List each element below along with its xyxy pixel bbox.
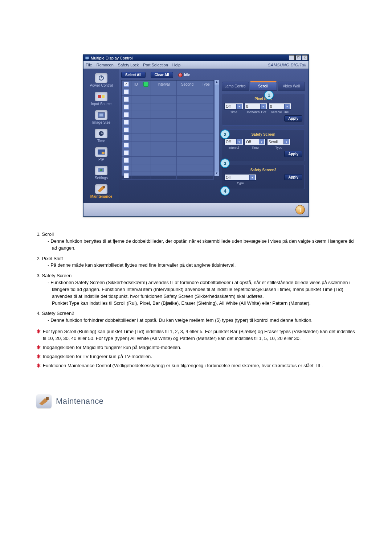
note-item: Safety Screen- Funktionen Safety Screen … [42, 272, 356, 307]
sidebar-item-power[interactable]: Power Control [83, 72, 119, 90]
sidebar-item-label: Input Source [83, 102, 119, 106]
row-checkbox[interactable] [124, 104, 129, 110]
svg-rect-12 [102, 152, 105, 154]
callout-2: 2 [220, 130, 230, 139]
chevron-down-icon: ▾ [283, 139, 289, 144]
table-row[interactable] [122, 157, 214, 164]
display-grid: ✓ ID Interval Second Type [121, 80, 214, 176]
row-checkbox[interactable] [124, 150, 129, 155]
row-checkbox[interactable] [124, 173, 129, 178]
sidebar-item-label: Maintenance [83, 194, 119, 198]
grid-scrollbar[interactable]: ▲ ▼ [214, 80, 219, 176]
section-title: Maintenance [56, 397, 103, 406]
table-row[interactable] [122, 103, 214, 111]
menu-remocon[interactable]: Remocon [97, 63, 114, 67]
grid-col-interval[interactable]: Interval [151, 81, 177, 88]
note-title: Scroll [42, 231, 356, 238]
tab-video-wall[interactable]: Video Wall [278, 82, 305, 91]
safety-screen2-title: Safety Screen2 [224, 168, 302, 172]
table-row[interactable] [122, 119, 214, 126]
grid-col-second[interactable]: Second [177, 81, 198, 88]
menu-help[interactable]: Help [172, 63, 181, 67]
window-maximize-button[interactable]: □ [295, 55, 301, 60]
settings-icon [95, 166, 107, 175]
svg-rect-18 [46, 397, 49, 400]
note-title: Safety Screen2 [42, 310, 356, 317]
window-close-button[interactable]: x [302, 55, 308, 60]
sidebar-item-pip[interactable]: PIP [83, 146, 119, 164]
callout-4: 4 [220, 186, 230, 196]
right-panel: 1 2 3 4 Lamp Control Scroll Video Wall P… [220, 80, 306, 194]
power-status-icon [143, 82, 148, 87]
svg-rect-5 [102, 95, 105, 98]
sidebar-item-time[interactable]: Time [83, 127, 119, 146]
note-title: Pixel Shift [42, 255, 356, 262]
menu-bar: File Remocon Safety Lock Port Selection … [83, 61, 309, 69]
svg-rect-7 [99, 114, 103, 116]
row-checkbox[interactable] [124, 127, 129, 132]
table-row[interactable] [122, 126, 214, 134]
tab-scroll[interactable]: Scroll [250, 82, 277, 91]
table-row[interactable] [122, 96, 214, 103]
pixel-shift-hdot-select[interactable]: 0▾ [245, 103, 267, 110]
info-icon[interactable]: ! [295, 205, 305, 214]
safety-screen-type-select[interactable]: Scroll▾ [267, 139, 290, 145]
row-checkbox[interactable] [124, 112, 129, 117]
title-bar: Multiple Display Control _ □ x [83, 55, 309, 61]
table-row[interactable] [122, 134, 214, 141]
sidebar: Power Control Input Source Image Size [83, 69, 119, 203]
clear-all-button[interactable]: Clear All [151, 72, 173, 78]
row-checkbox[interactable] [124, 135, 129, 140]
row-checkbox[interactable] [124, 158, 129, 163]
safety-screen-time-select[interactable]: Off▾ [245, 139, 266, 145]
safety-screen2-type-select[interactable]: Off▾ [224, 174, 256, 181]
row-checkbox[interactable] [124, 165, 129, 171]
row-checkbox[interactable] [124, 120, 129, 125]
footnote: Indgangskilden for TV fungerer kun på TV… [36, 353, 356, 360]
scroll-up-icon[interactable]: ▲ [215, 80, 219, 85]
sidebar-item-image[interactable]: Image Size [83, 109, 119, 127]
menu-safety-lock[interactable]: Safety Lock [118, 63, 139, 67]
table-row[interactable] [122, 164, 214, 172]
table-row[interactable] [122, 111, 214, 119]
safety-screen2-apply-button[interactable]: Apply [284, 174, 302, 180]
pixel-shift-time-select[interactable]: Off▾ [224, 103, 243, 110]
callout-3: 3 [220, 159, 230, 168]
scroll-down-icon[interactable]: ▼ [215, 172, 219, 176]
svg-rect-4 [98, 95, 101, 98]
sidebar-item-maintenance[interactable]: Maintenance [83, 183, 119, 201]
table-row[interactable] [122, 141, 214, 149]
note-item: Pixel Shift- På denne måde kan skærmbill… [42, 255, 356, 269]
menu-port-selection[interactable]: Port Selection [143, 63, 168, 67]
footnote: Indgangskilden for MagicInfo fungerer ku… [36, 344, 356, 351]
brand-label: SAMSUNG DIGITall [268, 63, 306, 67]
header-checkbox[interactable]: ✓ [124, 82, 129, 87]
menu-file[interactable]: File [86, 63, 92, 67]
grid-col-id[interactable]: ID [131, 81, 141, 88]
pip-icon [95, 147, 107, 157]
pixel-shift-title: Pixel Shift [224, 97, 302, 101]
safety-screen-interval-select[interactable]: Off▾ [224, 139, 243, 145]
app-title: Multiple Display Control [91, 56, 133, 60]
row-checkbox[interactable] [124, 97, 129, 102]
input-icon [95, 92, 107, 101]
chevron-down-icon: ▾ [260, 104, 266, 109]
table-row[interactable] [122, 88, 214, 96]
pixel-shift-vline-select[interactable]: 0▾ [269, 103, 291, 110]
note-item: Safety Screen2- Denne funktion forhindre… [42, 310, 356, 324]
table-row[interactable] [122, 149, 214, 157]
pixel-shift-apply-button[interactable]: Apply [284, 115, 302, 122]
notes-section: Scroll- Denne funktion benyttes til at f… [36, 231, 356, 369]
window-minimize-button[interactable]: _ [289, 55, 295, 60]
chevron-down-icon: ▾ [249, 175, 255, 180]
select-all-button[interactable]: Select All [121, 72, 146, 78]
sidebar-item-input[interactable]: Input Source [83, 90, 119, 109]
row-checkbox[interactable] [124, 89, 129, 94]
sidebar-item-settings[interactable]: Settings [83, 164, 119, 183]
table-row[interactable] [122, 172, 214, 180]
grid-col-type[interactable]: Type [198, 81, 214, 88]
tab-lamp-control[interactable]: Lamp Control [222, 82, 249, 91]
row-checkbox[interactable] [124, 143, 129, 148]
power-icon [95, 73, 107, 83]
safety-screen-apply-button[interactable]: Apply [284, 151, 302, 157]
